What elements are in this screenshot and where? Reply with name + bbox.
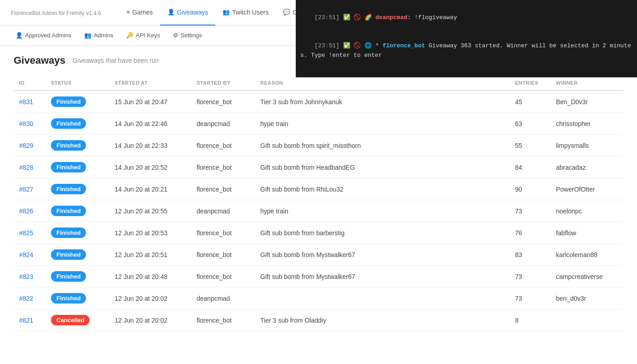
giveaway-id-link[interactable]: #829	[19, 142, 33, 149]
status-badge: Finished	[51, 140, 86, 151]
giveaways-table-container: ID STATUS STARTED AT STARTED BY REASON E…	[14, 76, 623, 331]
col-header-reason: REASON	[255, 76, 510, 91]
nav-item-games[interactable]: ≡ Games	[119, 0, 160, 25]
cell-status: Cancelled	[46, 309, 109, 331]
cell-started-at: 12 Jun 20 at 20:02	[109, 288, 191, 309]
giveaway-id-link[interactable]: #831	[19, 98, 33, 106]
giveaways-icon: 👤	[167, 9, 175, 15]
cell-winner: fabflow	[551, 222, 623, 244]
cell-winner: karlcoleman88	[551, 244, 623, 266]
table-row: #831 Finished 15 Jun 20 at 20:47 florenc…	[14, 91, 623, 113]
cell-reason: Gift sub bomb from Mystwalker67	[255, 266, 510, 288]
cell-status: Finished	[46, 113, 109, 135]
giveaway-id-link[interactable]: #827	[19, 186, 33, 193]
cell-winner	[551, 309, 623, 331]
cell-id: #827	[14, 178, 46, 200]
giveaway-id-link[interactable]: #823	[19, 273, 33, 280]
admins-label: Admins	[94, 32, 113, 39]
cell-winner: ben_d0v3r	[551, 288, 623, 309]
sub-nav-api-keys[interactable]: 🔑 API Keys	[120, 25, 166, 46]
cell-started-at: 12 Jun 20 at 20:02	[109, 309, 191, 331]
giveaway-id-link[interactable]: #830	[19, 120, 33, 127]
cell-id: #823	[14, 266, 46, 288]
terminal-line-2: [23:51] ✅ 🚫 🌐 * florence_bot Giveaway 36…	[300, 32, 632, 70]
giveaway-id-link[interactable]: #828	[19, 164, 33, 171]
sub-nav-settings[interactable]: ⚙ Settings	[167, 25, 208, 46]
status-badge: Finished	[51, 271, 86, 282]
cell-status: Finished	[46, 200, 109, 222]
settings-icon: ⚙	[173, 32, 178, 39]
api-keys-icon: 🔑	[126, 32, 133, 39]
cell-started-by: florence_bot	[191, 91, 255, 113]
cell-id: #822	[14, 288, 46, 309]
commands-icon: 💬	[283, 9, 290, 15]
cell-started-by: florence_bot	[191, 266, 255, 288]
page-content: Giveaways Giveaways that have been run I…	[0, 46, 637, 340]
col-header-status: STATUS	[46, 76, 109, 91]
status-badge: Finished	[51, 184, 86, 194]
table-row: #822 Finished 12 Jun 20 at 20:02 deanpcm…	[14, 288, 623, 309]
cell-started-at: 15 Jun 20 at 20:47	[109, 91, 191, 113]
cell-entries: 83	[510, 244, 551, 266]
giveaways-table: ID STATUS STARTED AT STARTED BY REASON E…	[14, 76, 623, 331]
giveaway-id-link[interactable]: #822	[19, 295, 33, 302]
giveaway-id-link[interactable]: #824	[19, 251, 33, 258]
table-row: #826 Finished 12 Jun 20 at 20:55 deanpcm…	[14, 200, 623, 222]
cell-status: Finished	[46, 244, 109, 266]
cell-started-at: 14 Jun 20 at 22:33	[109, 135, 191, 157]
app-logo: FlorenceBot Admin for Fremilyv1.4.6	[9, 8, 101, 17]
table-row: #825 Finished 12 Jun 20 at 20:53 florenc…	[14, 222, 623, 244]
cell-started-by: florence_bot	[191, 309, 255, 331]
cell-started-by: florence_bot	[191, 244, 255, 266]
cell-entries: 73	[510, 200, 551, 222]
cell-winner: chrisstopher	[551, 113, 623, 135]
cell-started-by: florence_bot	[191, 135, 255, 157]
cell-id: #826	[14, 200, 46, 222]
cell-winner: Ben_D0v3r	[551, 91, 623, 113]
status-badge: Finished	[51, 249, 86, 260]
cell-reason: hype train	[255, 200, 510, 222]
admins-icon: 👥	[84, 32, 91, 39]
cell-reason: Tier 3 sub from Johnnykanuk	[255, 91, 510, 113]
games-icon: ≡	[126, 9, 130, 15]
table-row: #823 Finished 12 Jun 20 at 20:48 florenc…	[14, 266, 623, 288]
status-badge: Finished	[51, 96, 86, 107]
nav-twitch-users-label: Twitch Users	[232, 9, 268, 16]
cell-started-at: 14 Jun 20 at 20:52	[109, 157, 191, 178]
table-row: #824 Finished 12 Jun 20 at 20:51 florenc…	[14, 244, 623, 266]
status-badge: Finished	[51, 118, 86, 129]
col-header-id: ID	[14, 76, 46, 91]
cell-started-by: deanpcmad	[191, 200, 255, 222]
table-row: #828 Finished 14 Jun 20 at 20:52 florenc…	[14, 157, 623, 178]
terminal-line-3: [23:51] ✅ 🚫 🌐 * florence_bot Entering 18…	[300, 70, 632, 77]
cell-started-at: 14 Jun 20 at 20:21	[109, 178, 191, 200]
cell-started-at: 12 Jun 20 at 20:55	[109, 200, 191, 222]
page-subtitle: Giveaways that have been run	[73, 57, 159, 64]
cell-reason: Gift sub bomb from barberstig	[255, 222, 510, 244]
cell-id: #830	[14, 113, 46, 135]
giveaway-id-link[interactable]: #821	[19, 317, 33, 324]
col-header-entries: ENTRIES	[510, 76, 551, 91]
cell-id: #824	[14, 244, 46, 266]
col-header-winner: WINNER	[551, 76, 623, 91]
giveaway-id-link[interactable]: #825	[19, 229, 33, 237]
cell-status: Finished	[46, 178, 109, 200]
nav-item-twitch-users[interactable]: 👥 Twitch Users	[215, 0, 276, 25]
cell-started-by: florence_bot	[191, 157, 255, 178]
cell-started-by: florence_bot	[191, 178, 255, 200]
col-header-started-at: STARTED AT	[109, 76, 191, 91]
col-header-started-by: STARTED BY	[191, 76, 255, 91]
giveaway-id-link[interactable]: #826	[19, 207, 33, 215]
sub-nav-admins[interactable]: 👥 Admins	[78, 25, 120, 46]
status-badge: Finished	[51, 162, 86, 172]
cell-reason: Gift sub bomb from Mystwalker67	[255, 244, 510, 266]
cell-winner: PowerOfOtter	[551, 178, 623, 200]
cell-winner: abracadaz	[551, 157, 623, 178]
cell-status: Finished	[46, 135, 109, 157]
cell-entries: 8	[510, 309, 551, 331]
nav-games-label: Games	[132, 9, 153, 16]
nav-giveaways-label: Giveaways	[177, 9, 208, 16]
approved-admins-label: Approved Admins	[25, 32, 71, 39]
sub-nav-approved-admins[interactable]: 👤 Approved Admins	[9, 25, 78, 46]
nav-item-giveaways[interactable]: 👤 Giveaways	[160, 0, 215, 25]
